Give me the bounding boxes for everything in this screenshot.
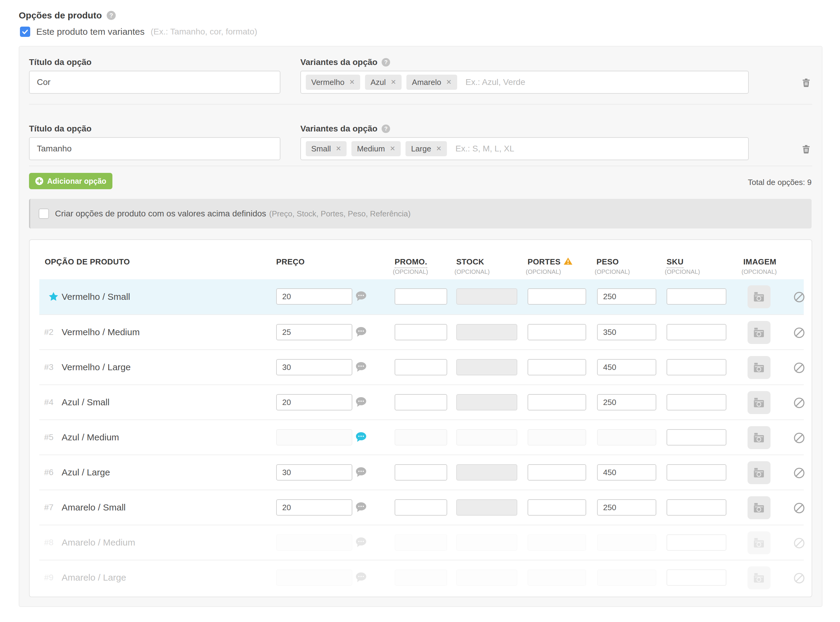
delete-option-icon[interactable] [802,78,810,87]
price-input[interactable]: 30 [276,464,352,480]
peso-input[interactable]: 250 [597,394,656,410]
camera-icon [753,292,764,302]
tag-remove-icon[interactable]: ✕ [336,145,341,152]
price-input[interactable]: 20 [276,394,352,410]
disable-option-icon[interactable] [793,502,805,516]
option-variants-input[interactable]: Small✕Medium✕Large✕Ex.: S, M, L, XL [300,137,749,160]
image-upload-button[interactable] [747,461,770,484]
image-upload-button[interactable] [747,391,770,414]
sku-input[interactable] [667,534,726,551]
image-upload-button[interactable] [747,321,770,344]
help-icon[interactable]: ? [382,125,390,133]
help-icon[interactable]: ? [107,11,116,20]
variants-placeholder: Ex.: S, M, L, XL [455,144,514,154]
sku-input[interactable] [667,394,726,410]
comment-icon[interactable] [356,432,366,444]
promo-input[interactable] [395,324,447,340]
tag-remove-icon[interactable]: ✕ [391,78,396,86]
star-icon[interactable] [48,291,59,302]
stock-input [456,429,517,445]
disable-option-icon[interactable] [793,327,805,341]
disable-option-icon[interactable] [793,432,805,446]
variant-tag: Vermelho✕ [306,75,360,90]
delete-option-icon[interactable] [802,145,810,154]
option-title-input[interactable]: Tamanho [29,137,280,160]
sku-input[interactable] [667,429,726,445]
col-peso-optional: (OPCIONAL) [595,268,630,275]
col-promo-label[interactable]: PROMO. [395,257,427,268]
portes-input[interactable] [528,324,586,340]
col-sku-label[interactable]: SKU [667,257,683,268]
promo-input[interactable] [395,464,447,480]
bulk-create-checkbox[interactable] [39,209,49,219]
peso-input[interactable]: 250 [597,499,656,515]
portes-input[interactable] [528,499,586,515]
stock-input [456,534,517,551]
sku-input[interactable] [667,499,726,515]
comment-icon[interactable] [356,537,366,549]
sku-input[interactable] [667,359,726,375]
peso-input[interactable]: 450 [597,464,656,480]
row-label: Amarelo / Large [62,560,126,595]
disable-option-icon[interactable] [793,537,805,551]
sku-input[interactable] [667,569,726,586]
price-input[interactable]: 20 [276,288,352,305]
promo-input[interactable] [395,359,447,375]
image-upload-button[interactable] [747,426,770,449]
image-upload-button[interactable] [747,566,770,589]
sku-input[interactable] [667,464,726,480]
sku-input[interactable] [667,288,726,305]
portes-input[interactable] [528,288,586,305]
tag-remove-icon[interactable]: ✕ [349,78,355,86]
image-upload-button[interactable] [747,496,770,519]
image-upload-button[interactable] [747,356,770,379]
comment-icon[interactable] [356,502,366,514]
option-title-label: Título da opção [29,58,91,67]
comment-icon[interactable] [356,362,366,374]
disable-option-icon[interactable] [793,397,805,411]
comment-icon[interactable] [356,467,366,479]
variant-tag: Medium✕ [352,141,401,156]
sku-input[interactable] [667,324,726,340]
bulk-create-hint: (Preço, Stock, Portes, Peso, Referência) [269,209,411,218]
promo-input[interactable] [395,499,447,515]
portes-input[interactable] [528,359,586,375]
comment-icon[interactable] [356,291,366,303]
image-upload-button[interactable] [747,531,770,554]
comment-icon[interactable] [356,327,366,339]
price-input[interactable]: 20 [276,499,352,515]
col-imagem-optional: (OPCIONAL) [741,268,777,275]
tag-remove-icon[interactable]: ✕ [436,145,441,152]
col-stock-label: STOCK [456,257,484,266]
tag-remove-icon[interactable]: ✕ [390,145,395,152]
portes-input[interactable] [528,464,586,480]
price-input[interactable]: 25 [276,324,352,340]
stock-input [456,324,517,340]
tag-remove-icon[interactable]: ✕ [446,78,451,86]
peso-input[interactable]: 350 [597,324,656,340]
add-option-button[interactable]: Adicionar opção [29,173,113,189]
comment-icon[interactable] [356,397,366,409]
camera-icon [753,538,764,548]
promo-input[interactable] [395,394,447,410]
stock-input [456,288,517,305]
price-input[interactable]: 30 [276,359,352,375]
comment-icon[interactable] [356,572,366,584]
promo-input[interactable] [395,288,447,305]
warning-icon[interactable] [563,257,572,265]
peso-input[interactable]: 450 [597,359,656,375]
disable-option-icon[interactable] [793,362,805,376]
image-upload-button[interactable] [747,285,770,308]
disable-option-icon[interactable] [793,572,805,586]
option-title-input[interactable]: Cor [29,71,280,94]
disable-option-icon[interactable] [793,291,805,305]
disable-option-icon[interactable] [793,467,805,481]
peso-input[interactable]: 250 [597,288,656,305]
table-row: #6 Azul / Large 30 450 [39,454,804,489]
row-label: Amarelo / Small [62,490,126,525]
option-variants-input[interactable]: Vermelho✕Azul✕Amarelo✕Ex.: Azul, Verde [300,71,749,94]
portes-input[interactable] [528,394,586,410]
portes-input [528,534,586,551]
help-icon[interactable]: ? [382,58,390,67]
has-variants-checkbox[interactable] [20,27,30,37]
